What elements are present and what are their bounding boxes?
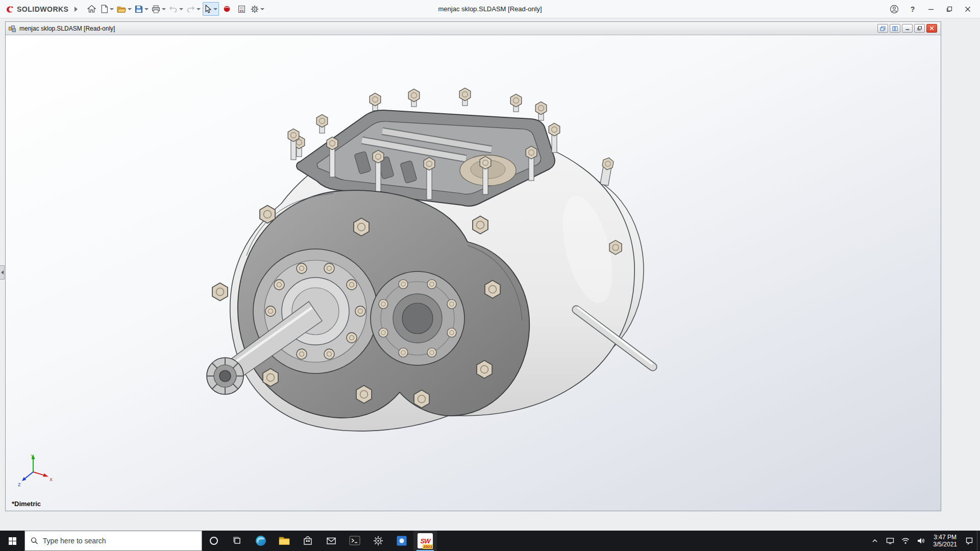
graphics-viewport[interactable]: Y X Z *Dimetric (6, 35, 941, 511)
undo-icon (169, 5, 178, 13)
options-button[interactable] (250, 2, 265, 16)
select-cursor-icon (204, 5, 212, 13)
chevron-down-icon[interactable] (260, 8, 264, 10)
search-icon (31, 537, 38, 545)
save-icon (135, 5, 143, 13)
new-document-button[interactable] (100, 2, 115, 16)
search-input[interactable] (43, 537, 196, 545)
close-icon (929, 26, 934, 31)
taskbar-app-mail[interactable] (320, 531, 343, 551)
restore-icon (917, 26, 922, 31)
document-window-buttons (877, 24, 938, 33)
save-button[interactable] (134, 2, 150, 16)
taskbar-app-solidworks[interactable]: SW 2021 (413, 531, 437, 551)
home-icon (87, 5, 96, 13)
taskbar-app-file-explorer[interactable] (273, 531, 296, 551)
document-title: menjac sklop.SLDASM [Read-only] (19, 25, 115, 32)
windows-logo-icon (9, 537, 16, 545)
view-orientation-label: *Dimetric (12, 500, 41, 508)
chevron-down-icon[interactable] (144, 8, 149, 10)
app-titlebar: SOLIDWORKS (0, 0, 980, 18)
assembly-document-icon (8, 24, 16, 33)
3dexperience-icon (223, 5, 231, 13)
chevron-down-icon[interactable] (128, 8, 132, 10)
taskbar-app-microsoft-store[interactable] (296, 531, 320, 551)
cascade-windows-button[interactable] (877, 24, 888, 33)
open-button[interactable] (116, 2, 133, 16)
doc-minimize-button[interactable] (902, 24, 913, 33)
orientation-triad[interactable]: Y X Z (17, 453, 58, 489)
taskbar-search[interactable] (24, 531, 202, 551)
model-side-cover[interactable] (371, 271, 464, 365)
volume-icon (917, 537, 925, 545)
display-icon (886, 537, 894, 545)
show-desktop-button[interactable] (977, 531, 980, 551)
chevron-down-icon[interactable] (162, 8, 166, 10)
settings-gear-icon (373, 535, 384, 546)
volume-tray-button[interactable] (913, 531, 928, 551)
maximize-button[interactable] (940, 0, 959, 18)
taskbar-app-edge[interactable] (249, 531, 273, 551)
chevron-down-icon[interactable] (213, 8, 217, 10)
help-button[interactable]: ? (903, 0, 922, 18)
chevron-down-icon[interactable] (110, 8, 114, 10)
redo-button[interactable] (185, 2, 202, 16)
featuremanager-collapse-tab[interactable] (0, 265, 5, 280)
taskbar-app-command-prompt[interactable] (343, 531, 366, 551)
chevron-down-icon[interactable] (179, 8, 183, 10)
solidworks-logo: SOLIDWORKS (3, 5, 72, 14)
taskbar-app-photos[interactable] (390, 531, 413, 551)
solidworks-app-icon: SW 2021 (418, 533, 433, 548)
doc-restore-button[interactable] (914, 24, 925, 33)
gear-icon (251, 5, 259, 13)
task-pane-button[interactable] (235, 2, 249, 16)
cascade-windows-icon (880, 26, 886, 31)
print-icon (152, 5, 160, 13)
task-view-button[interactable] (226, 531, 249, 551)
quick-access-toolbar (85, 2, 265, 16)
document-titlebar: menjac sklop.SLDASM [Read-only] (6, 22, 941, 35)
home-button[interactable] (85, 2, 99, 16)
taskbar-clock[interactable]: 3:47 PM 3/5/2021 (928, 531, 962, 551)
display-tray-button[interactable] (883, 531, 898, 551)
brand-text: SOLIDWORKS (17, 5, 68, 13)
mdi-client-area: menjac sklop.SLDASM [Read-only] (0, 18, 980, 531)
start-button[interactable] (0, 531, 24, 551)
tile-windows-icon (892, 26, 898, 31)
solidworks-app: SOLIDWORKS (0, 0, 980, 551)
microsoft-store-icon (302, 535, 313, 546)
print-button[interactable] (151, 2, 167, 16)
mail-icon (326, 535, 337, 546)
cortana-button[interactable] (202, 531, 226, 551)
new-document-icon (101, 5, 108, 13)
doc-close-button[interactable] (926, 24, 937, 33)
windows-taskbar: SW 2021 (0, 531, 980, 551)
close-button[interactable] (959, 0, 977, 18)
menu-expand-arrow[interactable] (75, 7, 78, 12)
taskbar-app-settings[interactable] (366, 531, 390, 551)
solidworks-version-badge: 2021 (423, 544, 433, 549)
undo-button[interactable] (168, 2, 184, 16)
network-tray-button[interactable] (898, 531, 913, 551)
network-wifi-icon (901, 537, 910, 545)
clock-date: 3/5/2021 (933, 541, 957, 548)
action-center-button[interactable] (962, 531, 977, 551)
chevron-up-icon (871, 537, 878, 544)
app-title: menjac sklop.SLDASM [Read-only] (438, 5, 542, 13)
minimize-button[interactable] (922, 0, 940, 18)
gearbox-assembly-model[interactable] (6, 35, 941, 511)
hidden-icons-button[interactable] (867, 531, 883, 551)
open-folder-icon (117, 5, 126, 13)
select-button[interactable] (203, 2, 219, 16)
user-account-button[interactable] (885, 0, 903, 18)
chevron-down-icon[interactable] (197, 8, 201, 10)
help-icon: ? (911, 5, 915, 13)
system-tray: 3:47 PM 3/5/2021 (867, 531, 980, 551)
command-prompt-icon (349, 535, 361, 547)
model-splined-coupling[interactable] (207, 358, 243, 394)
document-window: menjac sklop.SLDASM [Read-only] (5, 21, 941, 511)
action-center-icon (965, 537, 973, 545)
photos-icon (396, 535, 408, 547)
3dexperience-button[interactable] (220, 2, 234, 16)
tile-windows-button[interactable] (890, 24, 900, 33)
